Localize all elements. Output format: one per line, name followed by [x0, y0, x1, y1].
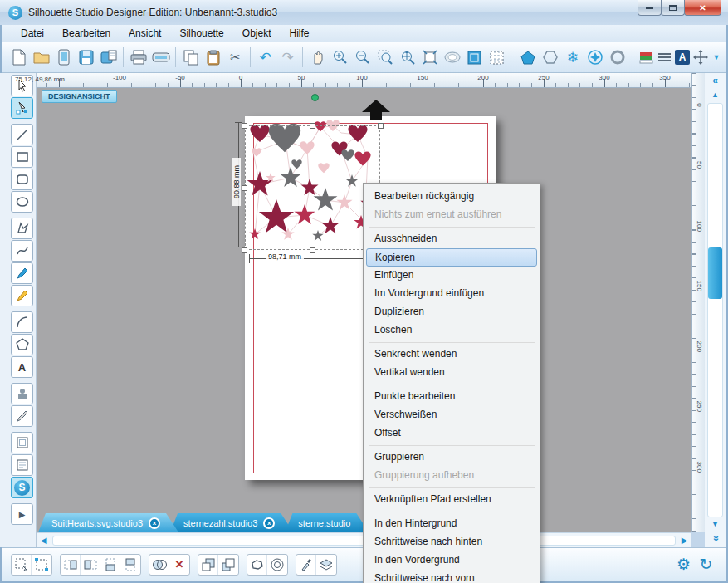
edit-points-tool[interactable] [11, 97, 33, 119]
rectangle-tool[interactable] [11, 146, 33, 168]
smooth-freehand-tool[interactable] [11, 285, 33, 306]
tab-close-icon[interactable]: x [149, 517, 160, 529]
delete-button[interactable]: ✕ [169, 555, 189, 575]
new-document-button[interactable] [7, 46, 30, 69]
context-menu-item-group[interactable]: Gruppieren [366, 448, 537, 467]
transform-handles-button[interactable] [32, 555, 51, 575]
selection-handle-sw[interactable] [242, 247, 247, 253]
curve-tool[interactable] [11, 240, 33, 262]
stamp-tool[interactable] [11, 383, 33, 404]
zoom-in-button[interactable] [329, 46, 351, 69]
snowflake-design-button[interactable]: ❄ [561, 46, 584, 69]
fit-to-page-button[interactable] [418, 46, 441, 69]
tab-sterne[interactable]: sterne.studio [285, 513, 369, 532]
lasso-button[interactable] [247, 555, 267, 575]
bring-forward-button[interactable] [198, 555, 218, 575]
draw-hexagon-button[interactable] [539, 46, 561, 69]
star-compass-button[interactable] [584, 46, 606, 69]
transform-button[interactable] [691, 46, 710, 69]
open-document-button[interactable] [30, 46, 52, 69]
text-style-button[interactable]: A [673, 46, 691, 69]
cut-button[interactable]: ✂ [224, 46, 247, 69]
close-button[interactable]: ✕ [684, 0, 721, 16]
regular-polygon-tool[interactable] [11, 334, 33, 355]
context-menu-item-paste[interactable]: Einfügen [366, 267, 537, 285]
page-orientation-dot[interactable] [311, 94, 319, 101]
selection-handle-nw[interactable] [242, 123, 247, 129]
preview-play-tool[interactable]: ▶ [11, 503, 33, 525]
scroll-left-button[interactable]: ◀ [37, 533, 51, 548]
sync-button[interactable]: ↻ [695, 553, 717, 576]
mirror-down-button[interactable] [120, 555, 140, 575]
mirror-left-button[interactable] [61, 555, 81, 575]
drag-zoom-button[interactable] [396, 46, 418, 69]
marquee-select-button[interactable] [12, 555, 32, 575]
ellipse-tool[interactable] [11, 191, 33, 213]
menu-bearbeiten[interactable]: Bearbeiten [54, 26, 119, 41]
scroll-up-button[interactable]: ▲ [705, 87, 726, 101]
context-menu-item-send-backward[interactable]: Schrittweise nach hinten [366, 533, 537, 551]
maximize-button[interactable] [661, 0, 685, 16]
freehand-tool[interactable] [11, 262, 33, 284]
mirror-up-button[interactable] [100, 555, 120, 575]
fill-style-button[interactable] [637, 46, 655, 69]
collapse-panel-button[interactable]: « [705, 73, 726, 87]
scroll-right-button[interactable]: ▶ [677, 533, 691, 548]
scrollbar-track[interactable] [707, 103, 723, 517]
menu-objekt[interactable]: Objekt [234, 26, 280, 41]
weld-button[interactable] [149, 555, 169, 575]
sketch-settings-tool[interactable] [11, 454, 33, 476]
line-style-button[interactable] [655, 46, 673, 69]
minimize-button[interactable] [638, 0, 662, 16]
scrollbar-thumb[interactable] [708, 247, 722, 299]
tab-close-icon[interactable]: x [263, 517, 275, 529]
context-menu-item-copy[interactable]: Kopieren [366, 248, 537, 267]
polygon-tool[interactable] [11, 218, 33, 239]
context-menu-item-undo[interactable]: Bearbeiten rückgängig [366, 188, 537, 206]
offset-button[interactable] [267, 555, 287, 575]
text-tool[interactable]: A [11, 356, 33, 378]
context-menu-item-offset[interactable]: Offset [366, 424, 537, 443]
eyedropper-button[interactable] [296, 555, 316, 575]
page-settings-tool[interactable] [11, 432, 33, 453]
context-menu-item-bring-forward[interactable]: Schrittweise nach vorn [366, 570, 537, 583]
send-backward-button[interactable] [218, 555, 238, 575]
sketch-pencil-tool[interactable] [11, 405, 33, 427]
selection-handle-ne[interactable] [378, 123, 384, 129]
more-tools-dropdown[interactable]: ▼ [710, 46, 723, 69]
send-to-silhouette-button[interactable] [149, 46, 172, 69]
selection-handle-s[interactable] [310, 247, 315, 253]
tab-suithearts[interactable]: SuitHearts.svg.studio3 x [38, 513, 178, 532]
selection-handle-n[interactable] [310, 123, 315, 129]
context-menu-item-paste-in-front[interactable]: Im Vordergrund einfügen [366, 285, 537, 303]
arc-tool[interactable] [11, 311, 33, 333]
context-menu-item-cut[interactable]: Ausschneiden [366, 230, 537, 248]
silhouette-panel-tool[interactable]: S [11, 477, 33, 498]
menu-hilfe[interactable]: Hilfe [281, 26, 317, 41]
context-menu-item-bring-to-front[interactable]: In den Vordergrund [366, 551, 537, 570]
ring-button[interactable] [606, 46, 628, 69]
selection-bounding-box[interactable] [245, 125, 380, 250]
zoom-selection-button[interactable] [374, 46, 396, 69]
title-bar[interactable]: S Silhouette Studio Designer Edition: Un… [0, 0, 728, 25]
save-to-device-button[interactable] [52, 46, 75, 69]
pan-button[interactable] [306, 46, 329, 69]
settings-button[interactable]: ⚙ [672, 553, 695, 576]
rounded-rectangle-tool[interactable] [11, 169, 33, 190]
page-setup-button[interactable] [463, 46, 486, 69]
context-menu-item-delete[interactable]: Löschen [366, 321, 537, 340]
menu-datei[interactable]: Datei [12, 26, 52, 41]
undo-button[interactable]: ↶ [254, 46, 276, 69]
draw-pentagon-button[interactable] [516, 46, 539, 69]
paste-button[interactable] [202, 46, 224, 69]
print-button[interactable] [127, 46, 149, 69]
tab-sternezahl[interactable]: sternezahl.studio3 x [170, 513, 293, 532]
zoom-out-button[interactable] [351, 46, 374, 69]
context-menu-item-weld[interactable]: Verschweißen [366, 406, 537, 424]
context-menu-item-flip-horizontal[interactable]: Senkrecht wenden [366, 345, 537, 364]
context-menu-item-send-to-back[interactable]: In den Hintergrund [366, 515, 537, 533]
context-menu-item-edit-points[interactable]: Punkte bearbeiten [366, 388, 537, 406]
context-menu-item-flip-vertical[interactable]: Vertikal wenden [366, 364, 537, 382]
save-to-library-button[interactable] [97, 46, 120, 69]
collapse-bottom-button[interactable]: « [708, 528, 722, 549]
